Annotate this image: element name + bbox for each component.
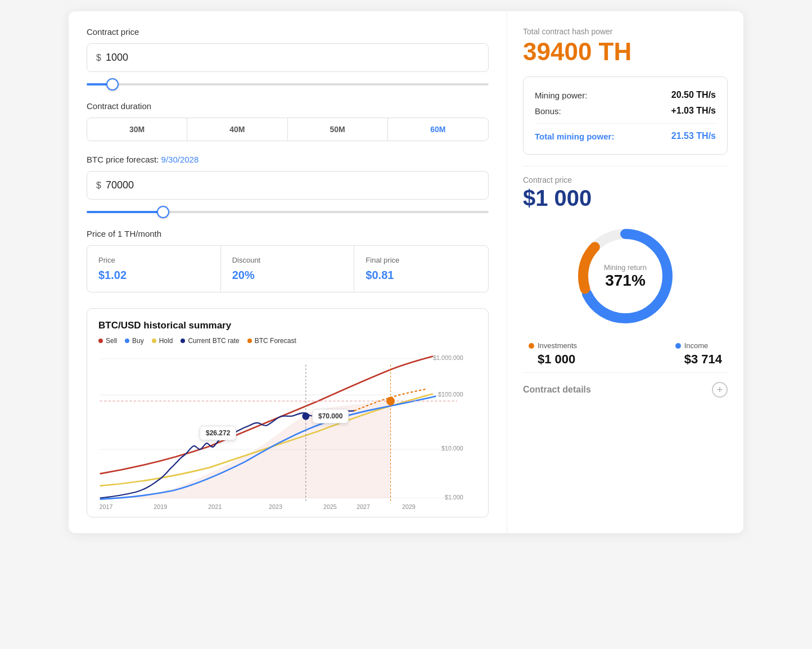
section-divider [523, 166, 728, 166]
legend-hold-dot [152, 339, 156, 343]
bonus-label: Bonus: [535, 106, 561, 116]
contract-duration-label: Contract duration [87, 101, 489, 111]
bonus-value: +1.03 TH/s [671, 106, 716, 116]
btc-price-slider-container [87, 205, 489, 215]
price-value: $1.02 [98, 269, 209, 282]
donut-center-value: 371% [605, 272, 646, 289]
discount-label: Discount [232, 256, 343, 264]
btc-currency-symbol: $ [96, 181, 101, 191]
contract-price-slider-container [87, 78, 489, 88]
hash-power-section: Total contract hash power 39400 TH [523, 27, 728, 65]
final-price-label: Final price [366, 256, 477, 264]
donut-wrapper: Mining return 371% [569, 220, 682, 332]
final-price-cell: Final price $0.81 [354, 246, 488, 292]
chart-section: BTC/USD historical summary Sell Buy Hold… [87, 308, 489, 517]
svg-text:$10.000: $10.000 [441, 445, 463, 452]
legend-hold: Hold [152, 337, 173, 345]
contract-price-right-label: Contract price [523, 175, 728, 184]
svg-text:2027: 2027 [357, 503, 370, 510]
current-btc-dot [302, 413, 309, 420]
svg-text:2023: 2023 [269, 503, 282, 510]
contract-details-label: Contract details [523, 385, 591, 395]
price-label: Price [98, 256, 209, 264]
contract-price-input-box: $ [87, 43, 489, 72]
chart-title: BTC/USD historical summary [98, 320, 477, 331]
investment-row: Investments $1 000 Income $3 714 [523, 341, 728, 367]
divider [535, 123, 716, 124]
total-mining-value: 21.53 TH/s [671, 131, 716, 141]
mining-power-value: 20.50 TH/s [671, 90, 716, 100]
legend-btc-forecast-dot [247, 339, 252, 343]
bonus-row: Bonus: +1.03 TH/s [535, 103, 716, 119]
btc-price-slider[interactable] [87, 211, 489, 213]
contract-price-label: Contract price [87, 27, 489, 37]
investments-label-row: Investments [529, 341, 577, 350]
forecast-btc-dot [386, 397, 395, 405]
mining-power-label: Mining power: [535, 91, 587, 100]
legend-current-btc-dot [181, 339, 185, 343]
legend-buy-label: Buy [132, 337, 144, 345]
currency-symbol: $ [96, 53, 101, 63]
legend-current-btc: Current BTC rate [181, 337, 239, 345]
btc-forecast-date-link[interactable]: 9/30/2028 [161, 155, 199, 164]
income-value: $3 714 [675, 352, 722, 367]
legend-current-btc-label: Current BTC rate [188, 337, 239, 345]
investments-value: $1 000 [529, 352, 577, 367]
investments-dot [529, 343, 534, 349]
chart-wrapper: $1.000.000 $100.000 $10.000 $1.000 [98, 353, 477, 510]
contract-details-row: Contract details + [523, 372, 728, 400]
total-mining-row: Total mining power: 21.53 TH/s [535, 128, 716, 144]
mining-power-row: Mining power: 20.50 TH/s [535, 87, 716, 103]
btc-price-input-box: $ [87, 171, 489, 200]
contract-price-input[interactable] [106, 52, 479, 64]
contract-price-right-section: Contract price $1 000 [523, 175, 728, 211]
investments-label: Investments [538, 341, 577, 350]
svg-text:$1.000.000: $1.000.000 [433, 354, 463, 361]
price-cell: Price $1.02 [87, 246, 221, 292]
legend-sell-label: Sell [106, 337, 117, 345]
svg-text:2019: 2019 [154, 503, 167, 510]
discount-value: 20% [232, 269, 343, 282]
svg-text:$100.000: $100.000 [438, 391, 463, 398]
donut-center-label: Mining return [604, 263, 647, 272]
btc-forecast-label: BTC price forecast: 9/30/2028 [87, 155, 489, 164]
income-dot [675, 343, 681, 349]
tab-40m[interactable]: 40M [187, 118, 287, 141]
mining-power-card: Mining power: 20.50 TH/s Bonus: +1.03 TH… [523, 76, 728, 155]
svg-text:2025: 2025 [323, 503, 337, 510]
income-label-row: Income [675, 341, 722, 350]
final-price-value: $0.81 [366, 269, 477, 282]
hash-power-subtitle: Total contract hash power [523, 27, 728, 36]
duration-tabs: 30M 40M 50M 60M [87, 118, 489, 141]
price-table: Price $1.02 Discount 20% Final price $0.… [87, 245, 489, 292]
legend-btc-forecast-label: BTC Forecast [255, 337, 296, 345]
income-label: Income [684, 341, 709, 350]
chart-legend: Sell Buy Hold Current BTC rate BTC Forec… [98, 337, 477, 345]
contract-details-expand-icon[interactable]: + [712, 382, 728, 398]
chart-svg: $1.000.000 $100.000 $10.000 $1.000 [98, 353, 477, 510]
btc-price-input[interactable] [106, 179, 479, 191]
svg-text:2021: 2021 [208, 503, 222, 510]
tab-60m[interactable]: 60M [388, 118, 488, 141]
legend-btc-forecast: BTC Forecast [247, 337, 296, 345]
contract-price-slider[interactable] [87, 83, 489, 85]
legend-buy-dot [125, 339, 129, 343]
tab-30m[interactable]: 30M [87, 118, 187, 141]
legend-sell-dot [98, 339, 103, 343]
donut-section: Mining return 371% Investments $1 000 In… [523, 220, 728, 367]
income-item: Income $3 714 [675, 341, 722, 367]
svg-text:2017: 2017 [99, 503, 112, 510]
legend-buy: Buy [125, 337, 144, 345]
legend-sell: Sell [98, 337, 117, 345]
legend-hold-label: Hold [159, 337, 173, 345]
investments-item: Investments $1 000 [529, 341, 577, 367]
donut-center: Mining return 371% [604, 263, 647, 290]
contract-price-right-value: $1 000 [523, 186, 728, 211]
svg-text:$1.000: $1.000 [445, 494, 463, 501]
svg-text:2029: 2029 [402, 503, 416, 510]
tab-50m[interactable]: 50M [288, 118, 388, 141]
hash-power-value: 39400 TH [523, 38, 728, 65]
th-price-label: Price of 1 TH/month [87, 229, 489, 238]
discount-cell: Discount 20% [221, 246, 355, 292]
total-mining-label: Total mining power: [535, 132, 614, 141]
